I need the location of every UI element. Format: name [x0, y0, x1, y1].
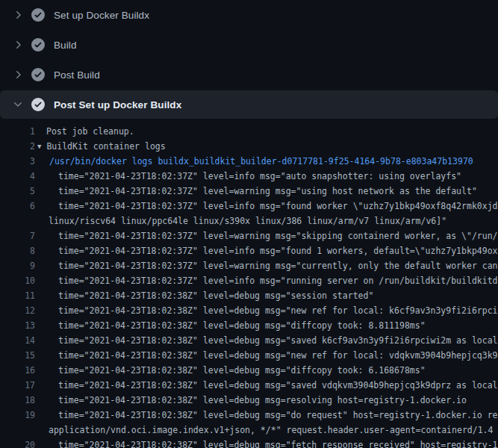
step-header-build[interactable]: Build	[0, 30, 498, 60]
log-text: time="2021-04-23T18:02:38Z" level=debug …	[35, 378, 498, 393]
step-header-post-set-up-docker-buildx[interactable]: Post Set up Docker Buildx	[0, 90, 498, 119]
log-text: ▼BuildKit container logs	[35, 139, 166, 154]
line-number[interactable]: 4	[0, 169, 35, 184]
log-text: time="2021-04-23T18:02:37Z" level=info m…	[35, 199, 498, 214]
step-label: Post Set up Docker Buildx	[54, 99, 181, 111]
log-text: time="2021-04-23T18:02:38Z" level=debug …	[35, 438, 498, 448]
line-number[interactable]: 19	[0, 408, 35, 423]
log-text: application/vnd.oci.image.index.v1+json,…	[35, 423, 493, 438]
log-text: time="2021-04-23T18:02:38Z" level=debug …	[35, 288, 373, 303]
check-circle-icon	[31, 98, 45, 111]
log-text: time="2021-04-23T18:02:37Z" level=warnin…	[35, 184, 477, 199]
chevron-right-icon	[12, 69, 24, 81]
line-number[interactable]: 6	[0, 199, 35, 214]
line-number	[0, 423, 35, 438]
check-circle-icon	[31, 68, 45, 81]
log-line: 9time="2021-04-23T18:02:37Z" level=warni…	[0, 258, 498, 273]
line-number[interactable]: 9	[0, 258, 35, 273]
check-circle-icon	[31, 8, 45, 22]
check-circle-icon	[31, 38, 45, 52]
log-text: time="2021-04-23T18:02:38Z" level=debug …	[35, 363, 426, 378]
log-line: 10time="2021-04-23T18:02:37Z" level=info…	[0, 273, 498, 288]
log-line: 19time="2021-04-23T18:02:38Z" level=debu…	[0, 408, 498, 423]
line-number[interactable]: 2	[0, 139, 35, 154]
log-line: 13time="2021-04-23T18:02:38Z" level=debu…	[0, 318, 498, 333]
log-text: time="2021-04-23T18:02:37Z" level=info m…	[35, 169, 461, 184]
line-number[interactable]: 14	[0, 333, 35, 348]
log-line: 16time="2021-04-23T18:02:38Z" level=debu…	[0, 363, 498, 378]
line-number[interactable]: 8	[0, 243, 35, 258]
chevron-down-icon	[12, 99, 24, 111]
line-number[interactable]: 20	[0, 438, 35, 448]
chevron-right-icon	[12, 9, 24, 21]
line-number[interactable]: 17	[0, 378, 35, 393]
line-number[interactable]: 11	[0, 288, 35, 303]
log-text: time="2021-04-23T18:02:37Z" level=warnin…	[35, 258, 498, 273]
log-text: time="2021-04-23T18:02:38Z" level=debug …	[35, 408, 498, 423]
command-text: /usr/bin/docker logs buildx_buildkit_bui…	[35, 154, 473, 169]
step-label: Build	[54, 40, 77, 51]
log-line: 18time="2021-04-23T18:02:38Z" level=debu…	[0, 393, 498, 408]
line-number[interactable]: 10	[0, 273, 35, 288]
log-line: 12time="2021-04-23T18:02:38Z" level=debu…	[0, 303, 498, 318]
log-text: time="2021-04-23T18:02:37Z" level=info m…	[35, 273, 498, 288]
log-line: 6time="2021-04-23T18:02:37Z" level=info …	[0, 199, 498, 214]
log-text: time="2021-04-23T18:02:38Z" level=debug …	[35, 318, 426, 333]
line-number[interactable]: 13	[0, 318, 35, 333]
log-line: 1Post job cleanup.	[0, 124, 498, 139]
log-text: time="2021-04-23T18:02:38Z" level=debug …	[35, 393, 467, 408]
log-text: time="2021-04-23T18:02:38Z" level=debug …	[35, 303, 498, 318]
log-text: Post job cleanup.	[35, 124, 134, 139]
line-number[interactable]: 16	[0, 363, 35, 378]
log-line: 3/usr/bin/docker logs buildx_buildkit_bu…	[0, 154, 498, 169]
log-line: 5time="2021-04-23T18:02:37Z" level=warni…	[0, 184, 498, 199]
chevron-right-icon	[12, 39, 24, 51]
line-number[interactable]: 15	[0, 348, 35, 363]
line-number[interactable]: 7	[0, 228, 35, 243]
log-line: linux/riscv64 linux/ppc64le linux/s390x …	[0, 214, 498, 228]
step-header-set-up-docker-buildx[interactable]: Set up Docker Buildx	[0, 0, 498, 30]
step-label: Post Build	[54, 69, 100, 81]
line-number[interactable]: 5	[0, 184, 35, 199]
triangle-down-icon: ▼	[37, 143, 41, 150]
log-line: 7time="2021-04-23T18:02:37Z" level=warni…	[0, 228, 498, 243]
line-number[interactable]: 1	[0, 124, 35, 139]
steps-list: Set up Docker Buildx Build	[0, 0, 498, 119]
log-line: 20time="2021-04-23T18:02:38Z" level=debu…	[0, 438, 498, 448]
line-number	[0, 214, 35, 228]
log-text: time="2021-04-23T18:02:37Z" level=info m…	[35, 243, 498, 258]
log-group-line[interactable]: 2▼BuildKit container logs	[0, 139, 498, 154]
line-number[interactable]: 3	[0, 154, 35, 169]
log-line: 15time="2021-04-23T18:02:38Z" level=debu…	[0, 348, 498, 363]
log-line: 4time="2021-04-23T18:02:37Z" level=info …	[0, 169, 498, 184]
group-label: BuildKit container logs	[46, 141, 165, 152]
step-header-post-build[interactable]: Post Build	[0, 60, 498, 90]
log-line: 11time="2021-04-23T18:02:38Z" level=debu…	[0, 288, 498, 303]
line-number[interactable]: 12	[0, 303, 35, 318]
log-line: application/vnd.oci.image.index.v1+json,…	[0, 423, 498, 438]
log-viewer: 1Post job cleanup.2▼BuildKit container l…	[0, 119, 498, 448]
step-label: Set up Docker Buildx	[54, 10, 149, 21]
log-line: 17time="2021-04-23T18:02:38Z" level=debu…	[0, 378, 498, 393]
log-text: time="2021-04-23T18:02:38Z" level=debug …	[35, 333, 498, 348]
log-text: linux/riscv64 linux/ppc64le linux/s390x …	[35, 214, 446, 228]
log-line: 14time="2021-04-23T18:02:38Z" level=debu…	[0, 333, 498, 348]
line-number[interactable]: 18	[0, 393, 35, 408]
log-text: time="2021-04-23T18:02:38Z" level=debug …	[35, 348, 498, 363]
log-line: 8time="2021-04-23T18:02:37Z" level=info …	[0, 243, 498, 258]
log-text: time="2021-04-23T18:02:37Z" level=warnin…	[35, 228, 498, 243]
